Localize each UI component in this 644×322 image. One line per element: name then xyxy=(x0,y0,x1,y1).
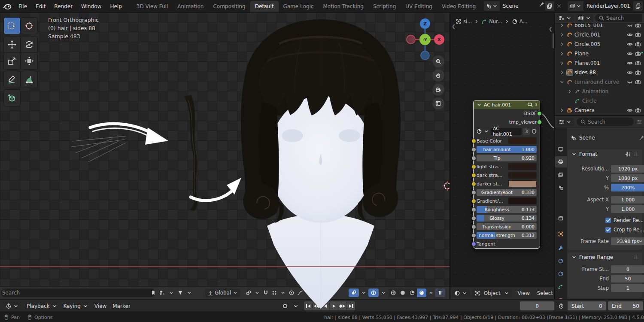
shading-solid-button[interactable] xyxy=(398,289,407,297)
outliner-item-plane[interactable]: Plane xyxy=(555,49,644,58)
input-socket[interactable] xyxy=(471,182,476,186)
chevron-down-icon[interactable] xyxy=(483,128,489,134)
input-socket[interactable] xyxy=(471,216,476,221)
camera-view-button[interactable] xyxy=(432,84,444,96)
color-swatch[interactable] xyxy=(508,172,537,179)
jump-to-end-button[interactable] xyxy=(347,301,355,310)
current-frame-field[interactable]: 0 xyxy=(520,301,554,310)
output-socket[interactable] xyxy=(537,120,542,125)
grip-icon[interactable] xyxy=(633,151,639,157)
outliner-item-animation[interactable]: Animation xyxy=(555,87,644,96)
chevron-down-icon[interactable] xyxy=(571,254,577,260)
expand-icon[interactable] xyxy=(559,60,565,66)
slider-transmission[interactable]: Transmission0.000 xyxy=(477,223,537,230)
pin-icon[interactable] xyxy=(639,135,644,141)
chevron-down-icon[interactable] xyxy=(186,290,192,296)
hide-in-viewport-toggle[interactable] xyxy=(627,51,633,57)
timeline-menu-keying[interactable]: Keying xyxy=(61,301,91,310)
color-swatch[interactable] xyxy=(508,197,537,204)
falloff-icon[interactable] xyxy=(297,290,303,296)
hide-in-viewport-toggle[interactable] xyxy=(627,107,633,113)
browse-view-layer-button[interactable] xyxy=(568,1,583,11)
disable-in-renders-toggle[interactable] xyxy=(635,60,641,66)
tool-transform[interactable] xyxy=(21,52,38,70)
transform-orientation-dropdown[interactable]: Global xyxy=(205,289,240,297)
outliner-item-camera[interactable]: Camera xyxy=(555,106,644,115)
menu-view[interactable]: View xyxy=(514,290,532,296)
node-ac-hair[interactable]: AC hair.001 3 BSDFtmp_viewer AC hair.001… xyxy=(473,100,540,249)
value-field[interactable]: 1.000 xyxy=(611,205,644,213)
snap-target-icon[interactable] xyxy=(246,290,252,296)
workspace-tab-default[interactable]: Default xyxy=(250,1,279,12)
use-preview-range-button[interactable] xyxy=(556,301,566,310)
expand-icon[interactable] xyxy=(559,107,565,113)
new-scene-button[interactable] xyxy=(545,1,554,11)
snap-icon[interactable] xyxy=(263,290,269,296)
node-header[interactable]: AC hair.001 3 xyxy=(474,100,540,109)
chevron-down-icon[interactable] xyxy=(168,290,174,296)
disable-in-renders-toggle[interactable] xyxy=(635,32,641,38)
outliner-item-circle-001[interactable]: Circle.001 xyxy=(555,30,644,39)
shader-editor[interactable]: ❮ si... Nur... A... ❮ AC hair.001 3 BSDF… xyxy=(450,12,555,299)
tool-move[interactable] xyxy=(3,36,21,53)
input-socket[interactable] xyxy=(471,225,476,229)
tool-rotate[interactable] xyxy=(21,36,38,53)
expand-icon[interactable] xyxy=(559,32,565,38)
filter-icon[interactable] xyxy=(636,119,642,125)
input-socket[interactable] xyxy=(471,139,476,143)
outliner-search-input[interactable]: Search xyxy=(595,14,642,22)
tool-measure[interactable] xyxy=(21,71,38,88)
material-icon[interactable] xyxy=(476,128,482,134)
disable-in-renders-toggle[interactable] xyxy=(635,51,641,57)
value-field[interactable]: 1.000 xyxy=(611,196,644,204)
outliner-item-sides-88[interactable]: sides 88 xyxy=(555,68,644,77)
chevron-down-icon[interactable] xyxy=(280,290,286,296)
new-view-layer-button[interactable] xyxy=(633,1,643,11)
menu-render[interactable]: Render xyxy=(50,2,76,11)
menu-window[interactable]: Window xyxy=(77,2,105,11)
pin-icon[interactable] xyxy=(539,1,545,7)
properties-tab-view-layer[interactable] xyxy=(555,169,567,180)
overlays-toggle[interactable] xyxy=(368,289,379,297)
prev-keyframe-button[interactable] xyxy=(313,301,321,310)
chevron-down-icon[interactable] xyxy=(254,290,260,296)
value-field[interactable]: 200% xyxy=(611,184,644,191)
collapse-region-icon[interactable]: ❮ xyxy=(549,26,553,32)
menu-help[interactable]: Help xyxy=(106,2,125,11)
input-socket[interactable] xyxy=(471,242,476,246)
value-field[interactable]: 50 xyxy=(611,275,644,283)
tool-scale[interactable] xyxy=(3,52,21,70)
properties-editor[interactable]: Search Scene Format Resolutio...1920 pxY… xyxy=(555,115,644,299)
input-socket[interactable] xyxy=(471,147,476,152)
input-socket[interactable] xyxy=(471,173,476,178)
checkbox-render-re[interactable]: Render Re... xyxy=(605,216,644,224)
pivot-icon[interactable] xyxy=(271,290,277,296)
material-users[interactable]: 3 xyxy=(523,128,530,135)
properties-search-input[interactable]: Search xyxy=(577,118,634,126)
input-socket[interactable] xyxy=(471,199,476,204)
slider-hair-amount[interactable]: hair amount1.000 xyxy=(477,146,537,153)
workspace-tab-motion-tracking[interactable]: Motion Tracking xyxy=(318,1,368,12)
chevron-down-icon[interactable] xyxy=(361,290,367,296)
timeline-editor-type-button[interactable] xyxy=(3,301,21,310)
properties-tab-output[interactable] xyxy=(555,156,567,167)
outliner-item-turnaround-curve[interactable]: turnaround curve xyxy=(555,77,644,87)
expand-icon[interactable] xyxy=(567,88,573,94)
axis-neg-x[interactable] xyxy=(407,35,415,44)
presets-icon[interactable] xyxy=(625,151,631,157)
frame-rate-dropdown[interactable]: 23.98 fps xyxy=(611,237,644,245)
timeline-menu-playback[interactable]: Playback xyxy=(24,301,60,310)
menu-select[interactable]: Select xyxy=(535,290,555,296)
properties-tab-material[interactable] xyxy=(555,295,567,299)
workspace-tab-scripting[interactable]: Scripting xyxy=(368,1,401,12)
menu-edit[interactable]: Edit xyxy=(32,2,49,11)
fake-user-icon[interactable] xyxy=(531,128,537,134)
chevron-down-icon[interactable] xyxy=(571,151,577,157)
workspace-tab-uv-editing[interactable]: UV Editing xyxy=(401,1,437,12)
input-socket[interactable] xyxy=(471,207,476,212)
editor-type-button[interactable] xyxy=(452,289,470,298)
properties-tab-collection[interactable] xyxy=(555,213,567,224)
value-field[interactable]: 1080 px xyxy=(611,174,644,182)
value-field[interactable]: 1920 px xyxy=(611,165,644,173)
hide-in-viewport-toggle[interactable] xyxy=(627,32,633,38)
